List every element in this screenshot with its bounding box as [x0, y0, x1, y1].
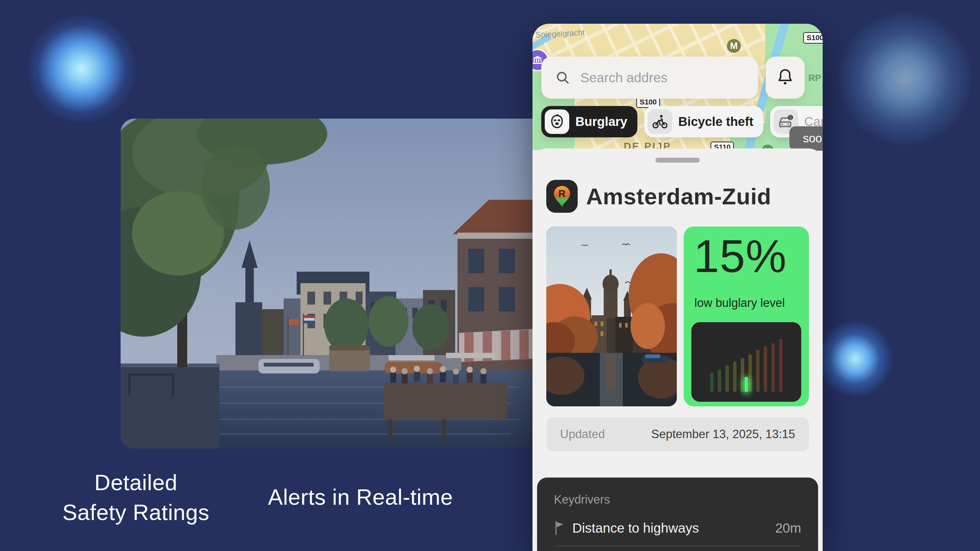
coming-soon-badge: soon: [789, 126, 823, 151]
trend-bar: [779, 339, 782, 392]
trend-bar: [748, 354, 752, 392]
hero-photo-amsterdam-canal: [121, 119, 546, 448]
glow-dot-bottom-right: [815, 319, 895, 399]
svg-text:!: !: [790, 115, 791, 120]
trend-bar: [756, 350, 760, 392]
trend-bar: [733, 362, 737, 392]
trend-bar: [741, 358, 744, 392]
keydriver-row-distance-highways[interactable]: Distance to highways 20m: [554, 517, 801, 540]
page: Detailed Safety Ratings Alerts in Real-t…: [0, 0, 980, 551]
neighborhood-photo: [546, 227, 677, 406]
caption-line-2: Safety Ratings: [46, 497, 226, 527]
divider: [554, 546, 801, 546]
road-badge-s100: S100: [803, 32, 823, 44]
search-icon: [555, 70, 570, 85]
keydriver-label: Distance to highways: [572, 520, 775, 536]
filter-chip-label: Burglary: [575, 114, 627, 129]
updated-row: Updated September 13, 2025, 13:15: [546, 417, 809, 452]
neighborhood-photo-illustration: [546, 227, 677, 406]
canal-photo-illustration: [121, 119, 546, 448]
glow-dot-top-right: [838, 11, 972, 145]
filter-chip-bicycle-theft[interactable]: Bicycle theft: [644, 106, 763, 137]
keydrivers-title: Keydrivers: [554, 493, 610, 507]
location-title: Amsterdam-Zuid: [586, 183, 771, 210]
sheet-drag-handle[interactable]: [655, 158, 700, 163]
keydriver-value: 20m: [775, 520, 801, 536]
flag-icon: [554, 520, 564, 536]
caption-line-1: Detailed: [46, 468, 226, 497]
caption-alerts-realtime: Alerts in Real-time: [268, 485, 453, 509]
burglary-trend-chart: [691, 322, 801, 402]
caption-detailed-safety-ratings: Detailed Safety Ratings: [46, 468, 226, 527]
bicycle-icon: [648, 109, 672, 134]
updated-label: Updated: [560, 427, 605, 441]
glow-dot-top-left: [28, 15, 135, 122]
burglary-percentage: 15%: [694, 230, 787, 282]
location-content: 15% low bulglary level: [546, 227, 809, 406]
map-park-label: RP: [808, 73, 821, 83]
metro-station-icon: M: [727, 39, 741, 53]
bell-icon: [777, 68, 794, 88]
search-input[interactable]: Search addres: [541, 57, 758, 99]
trend-bar: [745, 380, 748, 392]
balaclava-icon: [545, 109, 569, 134]
app-phone-card: Spiegelgracht DE PIJP RP S100 S100 S110 …: [532, 24, 823, 551]
trend-bar: [745, 377, 748, 392]
trend-bar: [764, 346, 767, 392]
updated-timestamp: September 13, 2025, 13:15: [651, 427, 795, 441]
burglary-stat-card: 15% low bulglary level: [684, 227, 809, 406]
filter-chip-label: Bicycle theft: [678, 114, 753, 129]
burglary-level-label: low bulglary level: [694, 296, 785, 310]
filter-chip-burglary[interactable]: Burglary: [541, 106, 637, 137]
svg-text:R: R: [559, 188, 566, 199]
trend-bar: [771, 343, 775, 392]
keydrivers-card: Keydrivers Distance to highways 20m: [537, 478, 818, 551]
bottom-sheet: R Amsterdam-Zuid: [532, 148, 823, 551]
crime-filter-chips: Burglary Bicycle theft: [541, 106, 823, 137]
map-pin-logo: R: [546, 180, 578, 213]
search-placeholder: Search addres: [580, 70, 668, 85]
trend-bar: [710, 373, 714, 392]
location-header: R Amsterdam-Zuid: [546, 180, 771, 213]
trend-bar: [725, 365, 729, 392]
notifications-button[interactable]: [766, 57, 805, 99]
trend-bar: [718, 370, 721, 392]
